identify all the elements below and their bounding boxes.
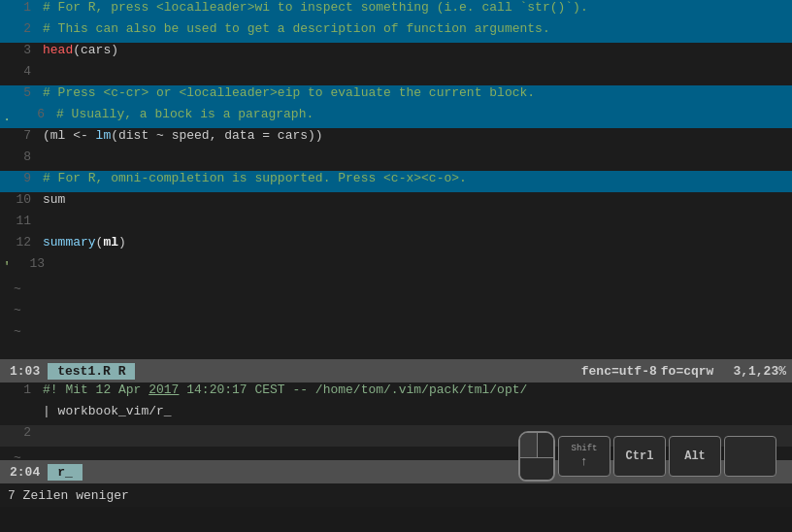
line-content-9: # For R, omni-completion is supported. P…: [39, 171, 792, 185]
ctrl-key[interactable]: Ctrl: [613, 436, 666, 477]
line-num-8: 8: [0, 150, 39, 164]
line-3: 3 head(cars): [0, 43, 792, 64]
mouse-right[interactable]: [538, 433, 554, 457]
line-content-6: # Usually, a block is a paragraph.: [52, 107, 792, 121]
editor-area: 1 # For R, press <localleader>wi to insp…: [0, 0, 792, 359]
line-num-1: 1: [0, 0, 39, 15]
line-num-10: 10: [0, 192, 39, 207]
line-6-wrapper: . 6 # Usually, a block is a paragraph.: [0, 107, 792, 128]
line-12: 12 summary(ml): [0, 235, 792, 256]
line-num-2: 2: [0, 21, 39, 36]
line-2: 2 # This can also be used to get a descr…: [0, 21, 792, 43]
line-13-wrapper: ' 13: [0, 256, 792, 278]
dot-marker: .: [0, 107, 14, 128]
shift-label-top: Shift: [571, 444, 597, 453]
line-content-11: [39, 214, 792, 228]
line-num-6: 6: [14, 107, 52, 121]
shift-key[interactable]: Shift ↑: [558, 436, 610, 477]
line-content-4: [39, 64, 792, 79]
fenc-status: fenc=utf-8: [581, 364, 657, 379]
line-6: 6 # Usually, a block is a paragraph.: [0, 107, 792, 128]
alt-label: Alt: [684, 449, 706, 463]
statusbar-2: 2:04 r_ Shift ↑ Ctrl Alt: [0, 460, 792, 483]
line-1: 1 # For R, press <localleader>wi to insp…: [0, 0, 792, 21]
mouse-body: [520, 458, 553, 480]
line-4: 4: [0, 64, 792, 85]
keyboard-widget: Shift ↑ Ctrl Alt: [518, 431, 776, 482]
line-7: 7 (ml <- lm(dist ~ speed, data = cars)): [0, 128, 792, 150]
line-num-7: 7: [0, 128, 39, 143]
line-num-12: 12: [0, 235, 39, 249]
mode-indicator-1: 1:03: [6, 364, 44, 379]
keyword-head: head: [43, 43, 73, 57]
line-10: 10 sum: [0, 192, 792, 214]
line-content-2: # This can also be used to get a descrip…: [39, 21, 792, 36]
lower-line-num-2: 2: [0, 425, 39, 440]
alt-key[interactable]: Alt: [669, 436, 721, 477]
line-content-10: sum: [39, 192, 792, 207]
line-content-1: # For R, press <localleader>wi to inspec…: [39, 0, 792, 15]
line-content-13: [52, 256, 792, 271]
mouse-left[interactable]: [520, 433, 538, 457]
line-num-13: 13: [14, 256, 52, 271]
line-content-3: head(cars): [39, 43, 792, 57]
tilde-3: ~: [0, 320, 792, 342]
lower-line-num-1: 1: [0, 382, 39, 397]
line-num-3: 3: [0, 43, 39, 57]
line-content-8: [39, 150, 792, 164]
line-11: 11: [0, 214, 792, 235]
line-content-12: summary(ml): [39, 235, 792, 249]
mouse-buttons: [520, 433, 553, 458]
line-13: 13: [0, 256, 792, 278]
lower-line-1b: | workbook_vim/r_: [0, 404, 792, 425]
extra-key[interactable]: [724, 436, 776, 477]
lower-line-content-1: #! Mit 12 Apr 2017 14:20:17 CEST -- /hom…: [39, 382, 792, 397]
statusbar-1: 1:03 test1.R R fenc=utf-8 fo=cqrw 3,1,23…: [0, 359, 792, 382]
ctrl-label: Ctrl: [626, 449, 654, 463]
line-num-11: 11: [0, 214, 39, 228]
line-num-4: 4: [0, 64, 39, 79]
line-9: 9 # For R, omni-completion is supported.…: [0, 171, 792, 192]
bottom-text: 7 Zeilen weniger: [8, 488, 129, 503]
shift-arrow-icon: ↑: [580, 454, 588, 469]
line-num-5: 5: [0, 85, 39, 100]
line-num-9: 9: [0, 171, 39, 185]
lower-line-1: 1 #! Mit 12 Apr 2017 14:20:17 CEST -- /h…: [0, 382, 792, 404]
mouse-icon: [518, 431, 555, 482]
position-status: 3,1,23%: [733, 364, 786, 379]
line-5: 5 # Press <c-cr> or <localleader>eip to …: [0, 85, 792, 107]
lower-input-badge: r_: [48, 464, 82, 481]
mode-indicator-2: 2:04: [6, 465, 44, 480]
quote-marker: ': [0, 256, 14, 278]
line-content-7: (ml <- lm(dist ~ speed, data = cars)): [39, 128, 792, 143]
line-content-5: # Press <c-cr> or <localleader>eip to ev…: [39, 85, 792, 100]
filename-badge: test1.R R: [48, 363, 135, 380]
tilde-1: ~: [0, 278, 792, 299]
fo-status: fo=cqrw: [661, 364, 714, 379]
bottom-bar: 7 Zeilen weniger: [0, 483, 792, 507]
line-8: 8: [0, 150, 792, 171]
lower-line-content-1b: | workbook_vim/r_: [39, 404, 792, 418]
tilde-2: ~: [0, 299, 792, 320]
